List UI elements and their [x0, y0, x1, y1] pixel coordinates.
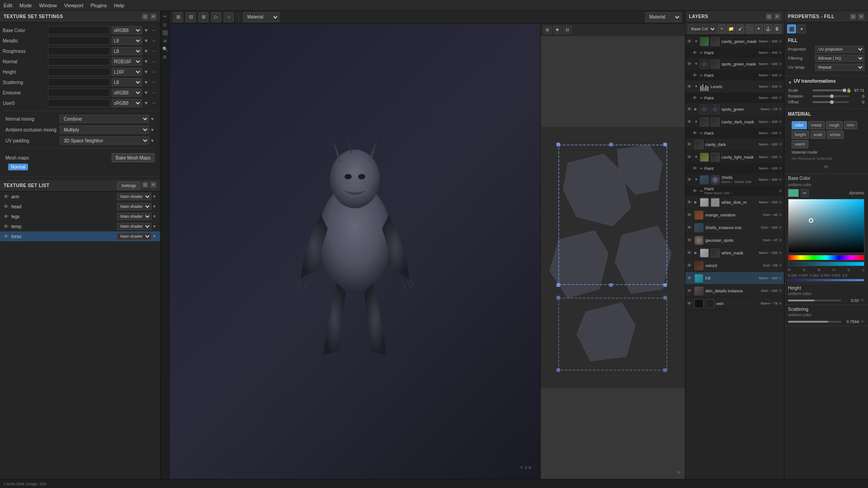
color-pencil-btn[interactable]: ✏ [801, 189, 809, 197]
channel-select-height[interactable]: L16F [112, 68, 142, 76]
prop-tab-fx[interactable]: ✦ [797, 24, 806, 33]
side-tool-3[interactable]: ⬛ [161, 29, 169, 36]
layer-whire-mask[interactable]: 👁 ▶ whire_mask Norm~100 ✕ [685, 247, 784, 259]
layer-shells[interactable]: 👁 ▼ Shells Norm ~ Shells 100 Norm~100 ✕ [685, 174, 784, 186]
bake-mesh-maps-btn[interactable]: Bake Mesh Maps [112, 153, 155, 162]
view-grid-single[interactable]: ⊞ [173, 12, 183, 22]
channel-select-roughness[interactable]: L8 [112, 47, 142, 55]
eye-white-dots[interactable]: 👁 [687, 200, 693, 205]
view-grid-quad[interactable]: ⊟ [186, 12, 196, 22]
prop-close-btn[interactable]: ✕ [858, 14, 864, 20]
tex-list-item-legs[interactable]: 👁 legs Main shader ▼ [0, 211, 160, 221]
layer-gaussian[interactable]: 👁 gaussian_spots Ovrl~47 ✕ [685, 234, 784, 247]
layer-veins3[interactable]: 👁 veins3 Ovrl~58 ✕ [685, 259, 784, 272]
tex-list-item-head[interactable]: 👁 head Main shader ▼ [0, 202, 160, 211]
color-picker-area[interactable] [788, 199, 864, 253]
layer-shells-instance[interactable]: 👁 Shells_instance inst. Ovrl~100 ✕ [685, 221, 784, 234]
eye-orange[interactable]: 👁 [687, 212, 693, 217]
fold-shells[interactable]: ▼ [694, 178, 699, 182]
close-paint-2[interactable]: ✕ [778, 73, 782, 78]
prop-tab-fill[interactable]: ⬛ [787, 24, 796, 33]
channel-settings-roughness[interactable]: ▼ [143, 47, 150, 55]
channel-input-normal[interactable] [48, 57, 110, 66]
alpha-bar[interactable] [788, 262, 864, 266]
close-cavity-dark-mask[interactable]: ✕ [778, 119, 782, 124]
height-slider-track[interactable] [788, 300, 841, 301]
close-shells-inst[interactable]: ✕ [778, 225, 782, 230]
mat-btn-color[interactable]: color [792, 121, 807, 129]
tex-list-item-temp[interactable]: 👁 temp Main shader ▼ [0, 221, 160, 231]
layer-paint-btn[interactable]: 🖌 [736, 24, 744, 33]
layer-paint-cavity-dark[interactable]: 👁 ✏ Paint Norm~100 ✕ [685, 128, 784, 138]
panel-close-btn[interactable]: ✕ [150, 14, 156, 20]
mat-btn-rough[interactable]: rough [826, 121, 843, 129]
eye-veins3[interactable]: 👁 [687, 263, 693, 268]
side-tool-4[interactable]: ⊕ [161, 37, 169, 44]
eye-shells-inst[interactable]: 👁 [687, 225, 693, 230]
menu-edit[interactable]: Edit [4, 3, 12, 8]
channel-input-metallic[interactable] [48, 37, 110, 45]
close-vein[interactable]: ✕ [778, 301, 782, 306]
eye-skin-details[interactable]: 👁 [687, 288, 693, 293]
eye-paint-5[interactable]: 👁 [693, 166, 699, 171]
uv-content[interactable]: U [541, 36, 685, 479]
layer-paint-spots-green[interactable]: 👁 ✏ Paint Norm~100 ✕ [685, 70, 784, 80]
fold-spots-green-2[interactable]: ▶ [694, 107, 699, 111]
channel-input-user0[interactable] [48, 99, 110, 107]
uv-tool-1[interactable]: ⊞ [543, 26, 552, 34]
channel-select-user0[interactable]: sRGB8 [112, 99, 142, 107]
eye-paint-3[interactable]: 👁 [693, 95, 699, 100]
channel-remove-scattering[interactable]: − [151, 79, 157, 86]
layer-cavity-green-mask[interactable]: 👁 ▼ cavity_green_mask Norm ~ 100 ✕ [685, 35, 784, 48]
channel-settings-normal[interactable]: ▼ [143, 58, 150, 65]
close-paint-5[interactable]: ✕ [778, 166, 782, 171]
close-whire[interactable]: ✕ [778, 250, 782, 255]
mat-btn-height[interactable]: height [792, 131, 809, 139]
close-skin-details[interactable]: ✕ [778, 288, 782, 293]
close-cavity-dark[interactable]: ✕ [778, 142, 782, 147]
close-cavity-light[interactable]: ✕ [778, 155, 782, 160]
eye-levels[interactable]: 👁 [687, 84, 693, 89]
mat-btn-emiss[interactable]: emiss [827, 131, 844, 139]
ao-mixing-select[interactable]: Multiply [60, 126, 149, 134]
fold-cavity-light[interactable]: ▼ [694, 155, 699, 159]
close-shells[interactable]: ✕ [778, 177, 782, 182]
layer-paint-shells[interactable]: 👁 ✏ Paint Paint Norm 100 ~ ✕ [685, 186, 784, 196]
layer-paint-cavity-light[interactable]: 👁 ✏ Paint Norm~100 ✕ [685, 164, 784, 174]
eye-spots-green[interactable]: 👁 [687, 61, 693, 66]
channel-select-emissive[interactable]: sRGB8 [112, 89, 142, 97]
tex-list-minimize-btn[interactable]: ⊟ [142, 182, 148, 188]
torso-shader[interactable]: Main shader [117, 233, 151, 240]
eye-cavity-light[interactable]: 👁 [687, 155, 693, 160]
prop-minimize-btn[interactable]: ⊟ [850, 14, 856, 20]
eye-fill[interactable]: 👁 [687, 276, 693, 281]
mat-btn-metal[interactable]: metal [808, 121, 825, 129]
mat-btn-nrm[interactable]: nrm [844, 121, 858, 129]
uv-padding-select[interactable]: 3D Space Neighbor [60, 136, 149, 145]
rotation-slider[interactable] [812, 95, 849, 97]
view-grid-2[interactable]: ⊞ [198, 12, 208, 22]
eye-shells[interactable]: 👁 [687, 177, 693, 182]
layer-cavity-light-mask[interactable]: 👁 ▼ cavity_light_mask Norm~100 ✕ [685, 151, 784, 164]
channel-remove-normal[interactable]: − [151, 58, 157, 65]
close-levels[interactable]: ✕ [778, 84, 782, 89]
menu-window[interactable]: Window [39, 3, 57, 8]
eye-vein[interactable]: 👁 [687, 301, 693, 306]
layer-white-dots[interactable]: 👁 ▶ white_dots_m Norm~100 ✕ [685, 196, 784, 209]
layers-channel-select[interactable]: Base Col [688, 24, 717, 33]
layer-cavity-dark-mask[interactable]: 👁 ▼ cavity_dark_mask Norm~100 ✕ [685, 116, 784, 128]
channel-settings-metallic[interactable]: ▼ [143, 37, 150, 44]
prop-filtering-select[interactable]: Bilinear | HQ [815, 55, 864, 62]
side-tool-5[interactable]: 🔍 [161, 45, 169, 52]
layer-fx-btn[interactable]: ✦ [755, 24, 763, 33]
eye-gaussian[interactable]: 👁 [687, 238, 693, 243]
eye-paint-cavity-green[interactable]: 👁 [693, 50, 699, 55]
tex-list-settings-btn[interactable]: Settings [117, 182, 140, 190]
layer-folder-btn[interactable]: 📁 [727, 24, 735, 33]
close-paint-6[interactable]: ✕ [778, 188, 782, 193]
channel-input-roughness[interactable] [48, 47, 110, 55]
side-tool-2[interactable]: ◎ [161, 21, 169, 28]
scattering-slider-track[interactable] [788, 321, 841, 323]
layer-add-btn[interactable]: + [718, 24, 726, 33]
eye-temp[interactable]: 👁 [4, 224, 9, 229]
